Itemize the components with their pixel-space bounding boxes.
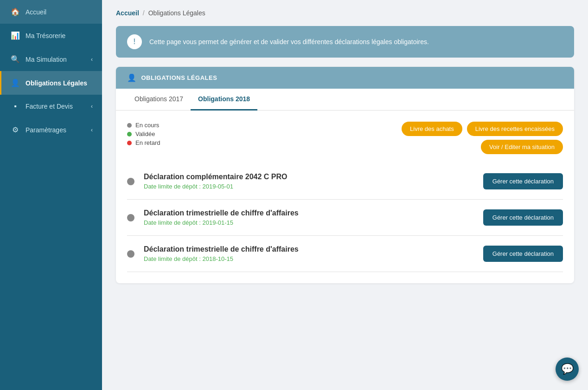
declaration-item-3: Déclaration trimestrielle de chiffre d'a… — [127, 236, 563, 272]
info-banner-text: Cette page vous permet de générer et de … — [149, 38, 429, 46]
sidebar-item-label: Obligations Légales — [26, 79, 87, 87]
declaration-date-3: Date limite de dépôt : 2018-10-15 — [144, 255, 483, 262]
legend-validee: Validée — [127, 130, 160, 137]
sidebar-item-label: Facture et Devis — [26, 103, 73, 110]
sidebar-item-simulation[interactable]: 🔍 Ma Simulation ‹ — [0, 47, 102, 71]
declaration-title-1: Déclaration complémentaire 2042 C PRO — [144, 173, 483, 181]
voir-editer-button[interactable]: Voir / Editer ma situation — [481, 140, 563, 154]
sidebar-item-label: Ma Simulation — [26, 56, 67, 63]
chevron-right-icon: ‹ — [91, 103, 93, 110]
user-icon: 👤 — [11, 78, 20, 87]
obligations-card: 👤 OBLIGATIONS LÉGALES Obligations 2017 O… — [116, 67, 574, 283]
sidebar-item-obligations[interactable]: 👤 Obligations Légales — [0, 71, 102, 95]
gerer-declaration-button-3[interactable]: Gérer cette déclaration — [483, 246, 563, 262]
legend-validee-label: Validée — [135, 130, 155, 137]
sidebar-item-label: Paramètrages — [26, 126, 66, 134]
info-banner: ! Cette page vous permet de générer et d… — [116, 26, 574, 58]
home-icon: 🏠 — [11, 7, 20, 16]
sidebar-item-label: Ma Trésorerie — [26, 32, 65, 39]
declaration-info-2: Déclaration trimestrielle de chiffre d'a… — [144, 209, 483, 226]
declaration-item-1: Déclaration complémentaire 2042 C PRO Da… — [127, 163, 563, 200]
breadcrumb-current: Obligations Légales — [148, 9, 205, 17]
declaration-date-1: Date limite de dépôt : 2019-05-01 — [144, 183, 483, 190]
tab-2017[interactable]: Obligations 2017 — [127, 89, 191, 110]
sidebar-item-facture[interactable]: ▪ Facture et Devis ‹ — [0, 95, 102, 118]
legend-dot-green — [127, 132, 132, 136]
gerer-declaration-button-2[interactable]: Gérer cette déclaration — [483, 209, 563, 226]
sidebar-item-accueil[interactable]: 🏠 Accueil — [0, 0, 102, 24]
action-buttons-row1: Livre des achats Livre des recettes enca… — [402, 122, 563, 136]
chat-bubble[interactable]: 💬 — [556, 358, 579, 381]
declaration-item-2: Déclaration trimestrielle de chiffre d'a… — [127, 200, 563, 236]
chevron-down-icon: ‹ — [91, 56, 93, 63]
declaration-title-3: Déclaration trimestrielle de chiffre d'a… — [144, 245, 483, 254]
tab-2018[interactable]: Obligations 2018 — [191, 89, 257, 110]
gear-icon: ⚙ — [11, 125, 20, 134]
declaration-info-3: Déclaration trimestrielle de chiffre d'a… — [144, 245, 483, 262]
declaration-date-2: Date limite de dépôt : 2019-01-15 — [144, 219, 483, 226]
declaration-status-dot-2 — [127, 214, 134, 221]
breadcrumb: Accueil / Obligations Légales — [116, 9, 574, 17]
chevron-right-icon-2: ‹ — [91, 127, 93, 133]
declaration-status-dot-3 — [127, 250, 134, 258]
user-header-icon: 👤 — [127, 73, 137, 82]
declaration-info-1: Déclaration complémentaire 2042 C PRO Da… — [144, 173, 483, 190]
info-icon: ! — [127, 34, 142, 49]
legend-dot-red — [127, 141, 132, 145]
livre-achats-button[interactable]: Livre des achats — [402, 122, 462, 136]
gerer-declaration-button-1[interactable]: Gérer cette déclaration — [483, 173, 563, 189]
breadcrumb-separator: / — [143, 9, 145, 17]
main-content: Accueil / Obligations Légales ! Cette pa… — [102, 0, 588, 390]
sidebar-item-parametrages[interactable]: ⚙ Paramètrages ‹ — [0, 118, 102, 142]
action-buttons: Livre des achats Livre des recettes enca… — [402, 122, 563, 154]
legend-en-retard: En retard — [127, 139, 160, 146]
livre-recettes-button[interactable]: Livre des recettes encaissées — [467, 122, 563, 136]
document-icon: ▪ — [11, 102, 20, 110]
declaration-list: Déclaration complémentaire 2042 C PRO Da… — [127, 163, 563, 272]
declaration-title-2: Déclaration trimestrielle de chiffre d'a… — [144, 209, 483, 217]
legend-en-cours-label: En cours — [135, 122, 159, 129]
legend-en-cours: En cours — [127, 122, 160, 129]
legend-dot-gray — [127, 123, 132, 128]
legend: En cours Validée En retard — [127, 122, 160, 146]
obligations-header-label: OBLIGATIONS LÉGALES — [141, 74, 217, 81]
chart-icon: 📊 — [11, 31, 20, 40]
sidebar-item-label: Accueil — [26, 8, 46, 16]
declaration-status-dot-1 — [127, 178, 134, 185]
search-icon: 🔍 — [11, 55, 20, 64]
tabs-bar: Obligations 2017 Obligations 2018 — [116, 89, 574, 110]
legend-actions-row: En cours Validée En retard Livre des ach… — [127, 122, 563, 154]
breadcrumb-home[interactable]: Accueil — [116, 9, 139, 17]
action-buttons-row2: Voir / Editer ma situation — [481, 140, 563, 154]
sidebar-item-tresorerie[interactable]: 📊 Ma Trésorerie — [0, 24, 102, 47]
legend-en-retard-label: En retard — [135, 139, 160, 146]
tab-content-2018: En cours Validée En retard Livre des ach… — [116, 110, 574, 283]
obligations-header: 👤 OBLIGATIONS LÉGALES — [116, 67, 574, 89]
chat-icon: 💬 — [561, 363, 574, 375]
sidebar: 🏠 Accueil 📊 Ma Trésorerie 🔍 Ma Simulatio… — [0, 0, 102, 390]
